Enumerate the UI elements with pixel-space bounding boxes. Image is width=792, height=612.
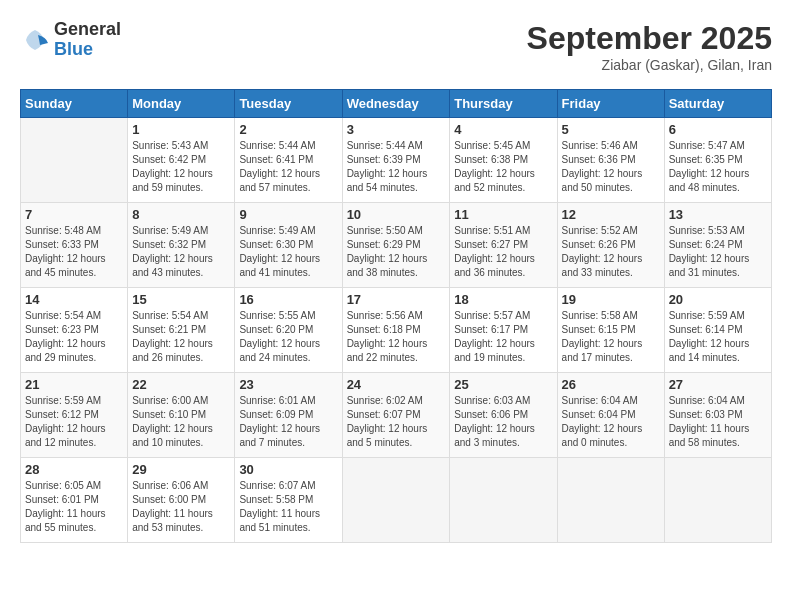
logo-blue: Blue bbox=[54, 40, 121, 60]
day-number: 17 bbox=[347, 292, 446, 307]
logo-general: General bbox=[54, 20, 121, 40]
calendar-cell: 16Sunrise: 5:55 AM Sunset: 6:20 PM Dayli… bbox=[235, 288, 342, 373]
calendar-cell: 21Sunrise: 5:59 AM Sunset: 6:12 PM Dayli… bbox=[21, 373, 128, 458]
day-number: 3 bbox=[347, 122, 446, 137]
day-info: Sunrise: 5:51 AM Sunset: 6:27 PM Dayligh… bbox=[454, 224, 552, 280]
calendar-cell: 19Sunrise: 5:58 AM Sunset: 6:15 PM Dayli… bbox=[557, 288, 664, 373]
day-number: 20 bbox=[669, 292, 767, 307]
day-info: Sunrise: 5:58 AM Sunset: 6:15 PM Dayligh… bbox=[562, 309, 660, 365]
day-number: 2 bbox=[239, 122, 337, 137]
day-number: 1 bbox=[132, 122, 230, 137]
weekday-header: Friday bbox=[557, 90, 664, 118]
day-info: Sunrise: 5:56 AM Sunset: 6:18 PM Dayligh… bbox=[347, 309, 446, 365]
day-number: 30 bbox=[239, 462, 337, 477]
day-number: 26 bbox=[562, 377, 660, 392]
day-info: Sunrise: 5:54 AM Sunset: 6:21 PM Dayligh… bbox=[132, 309, 230, 365]
logo: General Blue bbox=[20, 20, 121, 60]
calendar-cell: 3Sunrise: 5:44 AM Sunset: 6:39 PM Daylig… bbox=[342, 118, 450, 203]
week-row: 28Sunrise: 6:05 AM Sunset: 6:01 PM Dayli… bbox=[21, 458, 772, 543]
day-info: Sunrise: 5:49 AM Sunset: 6:32 PM Dayligh… bbox=[132, 224, 230, 280]
calendar-cell: 12Sunrise: 5:52 AM Sunset: 6:26 PM Dayli… bbox=[557, 203, 664, 288]
calendar-table: SundayMondayTuesdayWednesdayThursdayFrid… bbox=[20, 89, 772, 543]
day-info: Sunrise: 5:50 AM Sunset: 6:29 PM Dayligh… bbox=[347, 224, 446, 280]
calendar-cell: 18Sunrise: 5:57 AM Sunset: 6:17 PM Dayli… bbox=[450, 288, 557, 373]
day-number: 6 bbox=[669, 122, 767, 137]
page-header: General Blue September 2025 Ziabar (Gask… bbox=[20, 20, 772, 73]
day-number: 5 bbox=[562, 122, 660, 137]
calendar-cell: 9Sunrise: 5:49 AM Sunset: 6:30 PM Daylig… bbox=[235, 203, 342, 288]
weekday-header: Thursday bbox=[450, 90, 557, 118]
day-number: 9 bbox=[239, 207, 337, 222]
day-info: Sunrise: 6:02 AM Sunset: 6:07 PM Dayligh… bbox=[347, 394, 446, 450]
weekday-header: Monday bbox=[128, 90, 235, 118]
day-number: 27 bbox=[669, 377, 767, 392]
calendar-cell bbox=[342, 458, 450, 543]
day-info: Sunrise: 6:04 AM Sunset: 6:04 PM Dayligh… bbox=[562, 394, 660, 450]
calendar-cell: 22Sunrise: 6:00 AM Sunset: 6:10 PM Dayli… bbox=[128, 373, 235, 458]
weekday-header: Wednesday bbox=[342, 90, 450, 118]
calendar-cell: 30Sunrise: 6:07 AM Sunset: 5:58 PM Dayli… bbox=[235, 458, 342, 543]
weekday-header: Sunday bbox=[21, 90, 128, 118]
day-info: Sunrise: 6:06 AM Sunset: 6:00 PM Dayligh… bbox=[132, 479, 230, 535]
day-number: 28 bbox=[25, 462, 123, 477]
calendar-cell bbox=[21, 118, 128, 203]
calendar-cell bbox=[450, 458, 557, 543]
day-info: Sunrise: 5:57 AM Sunset: 6:17 PM Dayligh… bbox=[454, 309, 552, 365]
weekday-header: Tuesday bbox=[235, 90, 342, 118]
day-info: Sunrise: 5:54 AM Sunset: 6:23 PM Dayligh… bbox=[25, 309, 123, 365]
calendar-cell: 13Sunrise: 5:53 AM Sunset: 6:24 PM Dayli… bbox=[664, 203, 771, 288]
calendar-cell: 10Sunrise: 5:50 AM Sunset: 6:29 PM Dayli… bbox=[342, 203, 450, 288]
day-info: Sunrise: 5:53 AM Sunset: 6:24 PM Dayligh… bbox=[669, 224, 767, 280]
day-info: Sunrise: 5:44 AM Sunset: 6:39 PM Dayligh… bbox=[347, 139, 446, 195]
day-info: Sunrise: 6:07 AM Sunset: 5:58 PM Dayligh… bbox=[239, 479, 337, 535]
day-info: Sunrise: 6:00 AM Sunset: 6:10 PM Dayligh… bbox=[132, 394, 230, 450]
day-number: 24 bbox=[347, 377, 446, 392]
calendar-cell: 4Sunrise: 5:45 AM Sunset: 6:38 PM Daylig… bbox=[450, 118, 557, 203]
day-info: Sunrise: 5:45 AM Sunset: 6:38 PM Dayligh… bbox=[454, 139, 552, 195]
calendar-cell: 23Sunrise: 6:01 AM Sunset: 6:09 PM Dayli… bbox=[235, 373, 342, 458]
calendar-cell: 26Sunrise: 6:04 AM Sunset: 6:04 PM Dayli… bbox=[557, 373, 664, 458]
day-number: 25 bbox=[454, 377, 552, 392]
title-block: September 2025 Ziabar (Gaskar), Gilan, I… bbox=[527, 20, 772, 73]
day-number: 29 bbox=[132, 462, 230, 477]
calendar-cell: 1Sunrise: 5:43 AM Sunset: 6:42 PM Daylig… bbox=[128, 118, 235, 203]
day-info: Sunrise: 5:55 AM Sunset: 6:20 PM Dayligh… bbox=[239, 309, 337, 365]
weekday-header-row: SundayMondayTuesdayWednesdayThursdayFrid… bbox=[21, 90, 772, 118]
day-info: Sunrise: 5:59 AM Sunset: 6:14 PM Dayligh… bbox=[669, 309, 767, 365]
calendar-cell: 17Sunrise: 5:56 AM Sunset: 6:18 PM Dayli… bbox=[342, 288, 450, 373]
location: Ziabar (Gaskar), Gilan, Iran bbox=[527, 57, 772, 73]
day-info: Sunrise: 5:43 AM Sunset: 6:42 PM Dayligh… bbox=[132, 139, 230, 195]
day-number: 8 bbox=[132, 207, 230, 222]
calendar-cell: 15Sunrise: 5:54 AM Sunset: 6:21 PM Dayli… bbox=[128, 288, 235, 373]
calendar-cell: 5Sunrise: 5:46 AM Sunset: 6:36 PM Daylig… bbox=[557, 118, 664, 203]
calendar-cell: 8Sunrise: 5:49 AM Sunset: 6:32 PM Daylig… bbox=[128, 203, 235, 288]
logo-text: General Blue bbox=[54, 20, 121, 60]
day-number: 22 bbox=[132, 377, 230, 392]
weekday-header: Saturday bbox=[664, 90, 771, 118]
week-row: 21Sunrise: 5:59 AM Sunset: 6:12 PM Dayli… bbox=[21, 373, 772, 458]
calendar-cell: 27Sunrise: 6:04 AM Sunset: 6:03 PM Dayli… bbox=[664, 373, 771, 458]
calendar-cell: 29Sunrise: 6:06 AM Sunset: 6:00 PM Dayli… bbox=[128, 458, 235, 543]
logo-icon bbox=[20, 25, 50, 55]
day-info: Sunrise: 5:49 AM Sunset: 6:30 PM Dayligh… bbox=[239, 224, 337, 280]
calendar-cell: 25Sunrise: 6:03 AM Sunset: 6:06 PM Dayli… bbox=[450, 373, 557, 458]
day-number: 4 bbox=[454, 122, 552, 137]
week-row: 7Sunrise: 5:48 AM Sunset: 6:33 PM Daylig… bbox=[21, 203, 772, 288]
day-info: Sunrise: 5:46 AM Sunset: 6:36 PM Dayligh… bbox=[562, 139, 660, 195]
day-info: Sunrise: 5:44 AM Sunset: 6:41 PM Dayligh… bbox=[239, 139, 337, 195]
day-info: Sunrise: 5:52 AM Sunset: 6:26 PM Dayligh… bbox=[562, 224, 660, 280]
day-info: Sunrise: 5:48 AM Sunset: 6:33 PM Dayligh… bbox=[25, 224, 123, 280]
calendar-cell: 2Sunrise: 5:44 AM Sunset: 6:41 PM Daylig… bbox=[235, 118, 342, 203]
week-row: 14Sunrise: 5:54 AM Sunset: 6:23 PM Dayli… bbox=[21, 288, 772, 373]
day-info: Sunrise: 5:59 AM Sunset: 6:12 PM Dayligh… bbox=[25, 394, 123, 450]
calendar-cell: 7Sunrise: 5:48 AM Sunset: 6:33 PM Daylig… bbox=[21, 203, 128, 288]
day-number: 18 bbox=[454, 292, 552, 307]
calendar-cell: 14Sunrise: 5:54 AM Sunset: 6:23 PM Dayli… bbox=[21, 288, 128, 373]
day-number: 11 bbox=[454, 207, 552, 222]
day-number: 19 bbox=[562, 292, 660, 307]
calendar-cell: 11Sunrise: 5:51 AM Sunset: 6:27 PM Dayli… bbox=[450, 203, 557, 288]
calendar-cell: 20Sunrise: 5:59 AM Sunset: 6:14 PM Dayli… bbox=[664, 288, 771, 373]
day-info: Sunrise: 6:01 AM Sunset: 6:09 PM Dayligh… bbox=[239, 394, 337, 450]
week-row: 1Sunrise: 5:43 AM Sunset: 6:42 PM Daylig… bbox=[21, 118, 772, 203]
day-info: Sunrise: 6:03 AM Sunset: 6:06 PM Dayligh… bbox=[454, 394, 552, 450]
